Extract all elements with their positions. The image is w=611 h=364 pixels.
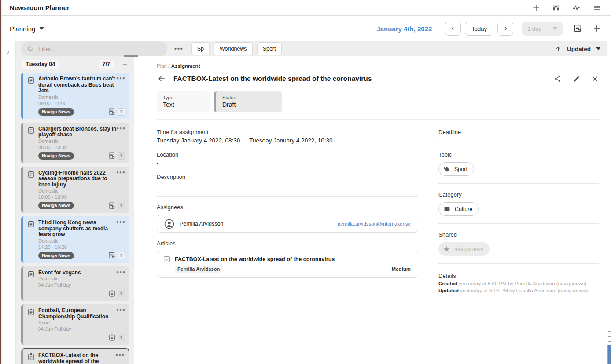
chevron-down-icon <box>553 27 557 30</box>
article-size: Medium <box>392 266 411 272</box>
view-bar: Planning January 4th, 2022 Today 1 day <box>0 16 611 41</box>
status-label: Status <box>222 95 276 100</box>
event-icon <box>108 334 116 341</box>
card-more-button[interactable]: ●●● <box>116 307 125 312</box>
time-label: Time for assignment <box>157 129 418 135</box>
assignee-name: Pernilla Arvidsson <box>180 221 223 227</box>
search-placeholder: Filter... <box>38 46 55 52</box>
planning-card[interactable]: Football, European Championship Qualific… <box>21 304 129 345</box>
assignment-icon <box>27 76 35 116</box>
search-icon <box>27 45 34 53</box>
updated-line: Updated yesterday at 6:16 PM by Pernilla… <box>438 288 599 293</box>
card-count: 1 <box>118 252 125 259</box>
card-time: 14:20 - 16:20 <box>38 244 125 250</box>
sidebar-scrollbar-thumb[interactable] <box>124 55 138 57</box>
add-planning-item-button[interactable] <box>121 61 129 68</box>
article-check-icon <box>108 202 116 210</box>
card-section: Domestic <box>38 276 125 282</box>
card-count: 1 <box>118 290 125 297</box>
card-title: Antonio Brown's tantrum can't derail com… <box>38 76 125 94</box>
filter-chip-worldnews[interactable]: Worldnews <box>214 42 253 55</box>
card-more-button[interactable]: ●●● <box>116 76 125 80</box>
card-time: 10:00 - 12:00 <box>38 194 125 200</box>
activity-icon[interactable] <box>571 4 581 12</box>
category-label: Category <box>438 191 599 198</box>
card-channel-badge: Naviga News <box>38 108 74 116</box>
status-value: Draft <box>222 101 276 108</box>
breadcrumb: Plan / Assignment <box>157 63 599 69</box>
day-header: Tuesday 04 <box>22 60 59 69</box>
article-icon <box>163 255 171 263</box>
collapsed-rail <box>0 41 16 364</box>
assignees-label: Assignees <box>157 204 418 211</box>
deadline-label: Deadline <box>438 129 599 135</box>
next-day-button[interactable] <box>497 22 513 36</box>
category-value: Culture <box>455 206 472 212</box>
planning-card[interactable]: Event for vegans Domestic 04 Jan Full da… <box>21 266 129 301</box>
planning-card[interactable]: Antonio Brown's tantrum can't derail com… <box>21 73 129 119</box>
card-more-button[interactable]: ●●● <box>116 126 125 131</box>
share-icon[interactable] <box>554 75 562 83</box>
back-button[interactable] <box>157 75 166 83</box>
planning-card[interactable]: FACTBOX-Latest on the worldwide spread o… <box>21 348 129 364</box>
article-row[interactable]: FACTBOX-Latest on the worldwide spread o… <box>157 251 418 278</box>
close-icon[interactable] <box>591 75 599 83</box>
search-input[interactable]: Filter... <box>21 41 167 56</box>
range-select[interactable]: 1 day <box>522 22 563 36</box>
card-more-button[interactable]: ●●● <box>116 170 125 175</box>
status-box[interactable]: Status Draft <box>214 91 282 112</box>
card-channel-badge: Naviga News <box>38 152 74 160</box>
prev-day-button[interactable] <box>445 22 461 36</box>
planning-card[interactable]: Cycling-Froome halts 2022 season prepara… <box>21 167 129 213</box>
card-section: Domestic <box>38 95 125 100</box>
scrollbar-mark <box>608 341 611 342</box>
view-selector[interactable]: Planning <box>10 25 44 33</box>
details-label: Details <box>438 273 599 279</box>
location-label: Location <box>157 151 418 158</box>
planning-card[interactable]: Chargers beat Broncos, stay in playoff c… <box>21 123 129 163</box>
planning-card[interactable]: Third Hong Kong news company shutters as… <box>21 216 129 263</box>
sidebar-scrollbar-track[interactable] <box>134 56 140 364</box>
assignee-email-link[interactable]: pernilla.arvidsson@infomaker.se <box>338 221 411 226</box>
card-more-button[interactable]: ●●● <box>116 269 125 274</box>
current-date-label[interactable]: January 4th, 2022 <box>376 25 432 33</box>
sort-control[interactable]: Updated <box>555 45 600 52</box>
category-pill[interactable]: Culture <box>438 202 479 216</box>
card-count: 1 <box>118 108 125 116</box>
topic-value: Sport <box>454 166 467 172</box>
article-check-icon <box>108 251 116 259</box>
menu-icon[interactable] <box>593 4 601 11</box>
card-title: Cycling-Froome halts 2022 season prepara… <box>38 170 125 188</box>
window-scrollbar[interactable] <box>607 41 611 364</box>
type-box[interactable]: Type Text <box>157 91 210 112</box>
topic-label: Topic <box>438 151 599 158</box>
more-filters-button[interactable]: ••• <box>174 45 184 52</box>
add-icon[interactable] <box>532 4 541 12</box>
filter-chip-sport[interactable]: Sport <box>257 42 282 55</box>
edit-icon[interactable] <box>573 75 580 83</box>
sliders-icon[interactable] <box>552 4 560 12</box>
assignee-row[interactable]: Pernilla Arvidsson pernilla.arvidsson@in… <box>157 215 418 233</box>
topic-pill[interactable]: Sport <box>438 162 474 176</box>
add-event-icon[interactable] <box>593 24 601 33</box>
today-button[interactable]: Today <box>465 22 493 36</box>
sort-direction-icon <box>555 45 562 52</box>
assignment-icon <box>27 220 35 259</box>
expand-rail-icon[interactable] <box>5 49 11 364</box>
planner-add-icon[interactable] <box>573 24 582 33</box>
card-title: Third Hong Kong news company shutters as… <box>38 220 125 238</box>
filter-chip-sp[interactable]: Sp <box>191 42 210 55</box>
assignment-icon <box>27 308 35 341</box>
location-value: - <box>157 160 418 166</box>
card-count: 1 <box>118 152 125 160</box>
card-title: Chargers beat Broncos, stay in playoff c… <box>38 126 125 138</box>
card-more-button[interactable]: ●●● <box>116 219 125 224</box>
card-title: Event for vegans <box>38 270 125 276</box>
breadcrumb-plan[interactable]: Plan <box>157 63 167 69</box>
day-count-badge: 7/7 <box>99 60 114 69</box>
card-section: Sport <box>38 320 125 326</box>
window-scrollbar-thumb[interactable] <box>607 345 611 364</box>
view-selector-label: Planning <box>10 25 35 33</box>
card-more-button[interactable]: ●●● <box>115 352 125 357</box>
card-time: 04 Jan Full day <box>38 326 125 332</box>
